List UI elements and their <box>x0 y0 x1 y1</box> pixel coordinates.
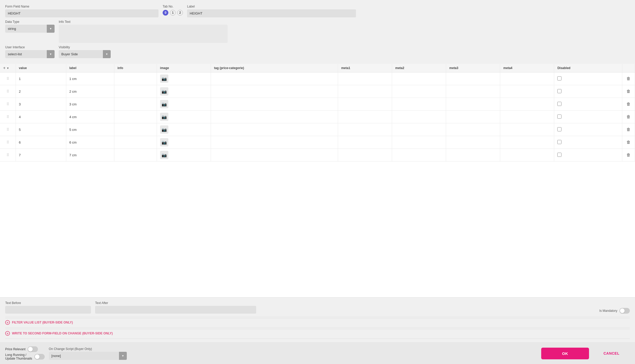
cell-meta1[interactable] <box>338 136 392 149</box>
label-input[interactable] <box>187 9 356 17</box>
cell-tag[interactable] <box>211 136 338 149</box>
cell-meta4[interactable] <box>500 136 554 149</box>
cell-tag[interactable] <box>211 72 338 85</box>
image-upload-button[interactable]: 📷 <box>160 125 168 134</box>
delete-row-button[interactable]: 🗑 <box>625 113 632 120</box>
drag-handle[interactable]: ⠿ <box>6 127 9 132</box>
disabled-checkbox[interactable] <box>557 114 561 119</box>
on-change-group: On Change Script (Buyer Only) [none] ▼ <box>49 347 127 360</box>
cell-meta1[interactable] <box>338 149 392 161</box>
drag-handle[interactable]: ⠿ <box>6 89 9 93</box>
text-after-input[interactable] <box>95 306 256 314</box>
tab-circle-1[interactable]: 1 <box>170 10 176 16</box>
disabled-checkbox[interactable] <box>557 127 561 131</box>
cell-meta1[interactable] <box>338 85 392 98</box>
drag-handle[interactable]: ⠿ <box>6 102 9 106</box>
cell-label: 4 cm <box>66 111 114 123</box>
cell-info[interactable] <box>114 111 157 123</box>
cell-meta2[interactable] <box>392 136 446 149</box>
cell-info[interactable] <box>114 123 157 136</box>
tab-circle-0[interactable]: 0 <box>163 10 168 16</box>
cell-meta3[interactable] <box>446 85 500 98</box>
filter-value-list-row[interactable]: + FILTER VALUE LIST (BUYER-SIDE ONLY) <box>5 318 630 327</box>
cell-meta3[interactable] <box>446 111 500 123</box>
cell-tag[interactable] <box>211 149 338 161</box>
form-field-name-input[interactable] <box>5 9 158 17</box>
delete-row-button[interactable]: 🗑 <box>625 139 632 146</box>
disabled-checkbox[interactable] <box>557 140 561 144</box>
disabled-checkbox[interactable] <box>557 89 561 93</box>
cell-tag[interactable] <box>211 111 338 123</box>
cell-tag[interactable] <box>211 85 338 98</box>
text-before-input[interactable] <box>5 306 91 314</box>
image-upload-button[interactable]: 📷 <box>160 138 168 146</box>
disabled-checkbox[interactable] <box>557 76 561 80</box>
drag-handle[interactable]: ⠿ <box>6 115 9 119</box>
cell-meta2[interactable] <box>392 123 446 136</box>
cell-meta2[interactable] <box>392 111 446 123</box>
cell-info[interactable] <box>114 72 157 85</box>
cell-meta3[interactable] <box>446 72 500 85</box>
delete-row-button[interactable]: 🗑 <box>625 75 632 82</box>
cell-meta1[interactable] <box>338 111 392 123</box>
cancel-button[interactable]: CANCEL <box>593 348 630 359</box>
cell-image: 📷 <box>157 136 211 149</box>
data-type-select[interactable]: string integer float boolean <box>5 25 55 33</box>
drag-handle[interactable]: ⠿ <box>6 140 9 144</box>
tab-no-group: Tab No. 0 1 2 <box>163 5 183 16</box>
disabled-checkbox[interactable] <box>557 102 561 106</box>
ok-button[interactable]: OK <box>541 348 589 359</box>
write-to-second-field-row[interactable]: + WRITE TO SECOND FORM-FIELD ON CHANGE (… <box>5 329 630 338</box>
delete-row-button[interactable]: 🗑 <box>625 101 632 107</box>
cell-meta4[interactable] <box>500 98 554 111</box>
cell-meta3[interactable] <box>446 98 500 111</box>
disabled-checkbox[interactable] <box>557 153 561 157</box>
on-change-script-select[interactable]: [none] <box>49 352 127 360</box>
cell-info[interactable] <box>114 85 157 98</box>
cell-meta1[interactable] <box>338 123 392 136</box>
price-relevant-toggle[interactable] <box>28 346 38 352</box>
cell-meta4[interactable] <box>500 85 554 98</box>
cell-meta2[interactable] <box>392 72 446 85</box>
cell-meta1[interactable] <box>338 98 392 111</box>
text-after-group: Text After <box>95 301 256 314</box>
image-upload-button[interactable]: 📷 <box>160 87 168 96</box>
image-upload-button[interactable]: 📷 <box>160 100 168 108</box>
cell-info[interactable] <box>114 98 157 111</box>
cell-meta3[interactable] <box>446 136 500 149</box>
cell-value: 2 <box>16 85 66 98</box>
image-upload-button[interactable]: 📷 <box>160 151 168 159</box>
cell-info[interactable] <box>114 136 157 149</box>
visibility-select[interactable]: Buyer Side Seller Side Both <box>59 50 111 58</box>
write-expand-icon: + <box>5 331 10 336</box>
row-1: Form Field Name Tab No. 0 1 2 Label <box>5 5 630 17</box>
cell-value: 6 <box>16 136 66 149</box>
is-mandatory-toggle[interactable] <box>619 308 630 314</box>
cell-meta3[interactable] <box>446 123 500 136</box>
delete-row-button[interactable]: 🗑 <box>625 88 632 95</box>
info-text-area[interactable] <box>59 25 228 43</box>
drag-handle[interactable]: ⠿ <box>6 77 9 81</box>
cell-meta2[interactable] <box>392 85 446 98</box>
tab-circle-2[interactable]: 2 <box>177 10 183 16</box>
cell-meta4[interactable] <box>500 123 554 136</box>
drag-handle[interactable]: ⠿ <box>6 153 9 157</box>
add-row-button[interactable]: + <box>3 66 5 70</box>
cell-meta2[interactable] <box>392 98 446 111</box>
image-upload-button[interactable]: 📷 <box>160 113 168 121</box>
delete-row-button[interactable]: 🗑 <box>625 126 632 133</box>
cell-meta4[interactable] <box>500 149 554 161</box>
cell-meta4[interactable] <box>500 111 554 123</box>
cell-meta4[interactable] <box>500 72 554 85</box>
cell-tag[interactable] <box>211 123 338 136</box>
cell-meta1[interactable] <box>338 72 392 85</box>
cell-meta3[interactable] <box>446 149 500 161</box>
sort-button[interactable]: ▼ <box>6 67 9 70</box>
cell-meta2[interactable] <box>392 149 446 161</box>
image-upload-button[interactable]: 📷 <box>160 75 168 83</box>
cell-info[interactable] <box>114 149 157 161</box>
cell-tag[interactable] <box>211 98 338 111</box>
delete-row-button[interactable]: 🗑 <box>625 152 632 158</box>
user-interface-select[interactable]: select-list text textarea <box>5 50 55 58</box>
long-running-toggle[interactable] <box>34 354 45 360</box>
